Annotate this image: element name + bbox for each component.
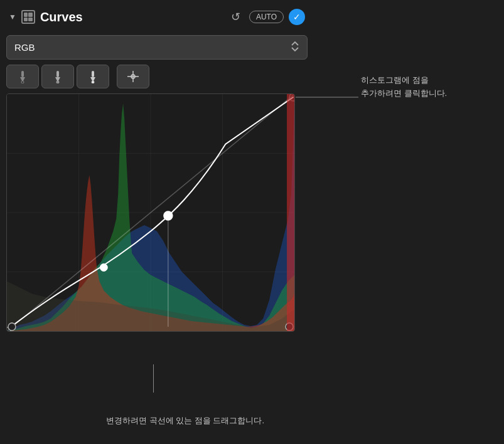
svg-rect-3 — [56, 71, 59, 77]
svg-rect-6 — [92, 71, 94, 77]
histogram-svg — [7, 94, 294, 331]
check-icon: ✓ — [293, 12, 301, 22]
svg-point-2 — [21, 81, 24, 83]
svg-rect-0 — [21, 71, 24, 77]
annotation-top-text: 히스토그램에 점을추가하려면 클릭합니다. — [361, 74, 486, 100]
histogram-area[interactable] — [6, 93, 295, 332]
add-point-button[interactable] — [117, 65, 149, 88]
panel-title: Curves — [40, 10, 222, 24]
svg-rect-30 — [287, 94, 294, 331]
auto-button[interactable]: AUTO — [249, 11, 284, 23]
undo-button[interactable]: ↺ — [227, 9, 244, 25]
grid-icon — [21, 10, 35, 24]
black-point-dropper-button[interactable] — [6, 65, 39, 88]
svg-point-28 — [8, 323, 16, 330]
svg-point-8 — [92, 81, 94, 83]
confirm-button[interactable]: ✓ — [289, 9, 305, 25]
annotation-line-bottom — [153, 364, 154, 393]
annotation-bottom-text: 변경하려면 곡선에 있는 점을 드래그합니다. — [97, 415, 273, 427]
svg-point-22 — [100, 264, 107, 272]
curves-panel: ▼ Curves ↺ AUTO ✓ RGB — [6, 5, 308, 332]
annotation-line-top — [296, 89, 358, 100]
svg-point-5 — [56, 81, 59, 83]
panel-header: ▼ Curves ↺ AUTO ✓ — [6, 5, 308, 29]
chevron-updown-icon — [291, 41, 299, 54]
grey-point-dropper-button[interactable] — [41, 65, 74, 88]
white-point-dropper-button[interactable] — [77, 65, 109, 88]
collapse-arrow[interactable]: ▼ — [9, 13, 16, 21]
channel-selector[interactable]: RGB — [6, 35, 308, 60]
tools-toolbar — [6, 65, 308, 88]
channel-label: RGB — [14, 42, 35, 53]
